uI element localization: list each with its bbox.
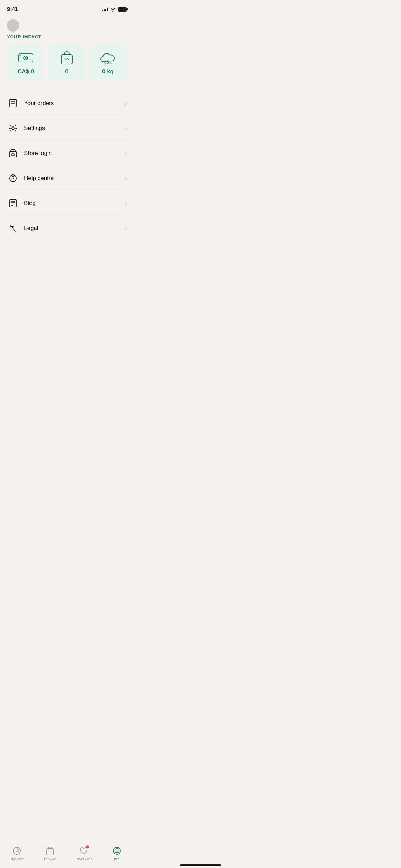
store-login-chevron: › [125,150,127,156]
svg-text:2e: 2e [109,62,112,65]
menu-item-blog[interactable]: Blog › [7,191,127,216]
blog-icon [7,197,19,209]
wifi-icon [110,7,116,12]
menu-item-settings[interactable]: Settings › [7,116,127,141]
svg-point-14 [13,180,13,181]
battery-icon [118,7,127,12]
bags-icon [59,52,75,64]
svg-line-20 [11,225,15,231]
help-label: Help centre [19,175,125,182]
menu-item-help[interactable]: Help centre › [7,166,127,191]
help-chevron: › [125,175,127,181]
menu-list: Your orders › Settings › Store login › [0,91,134,241]
legal-label: Legal [19,225,125,232]
impact-cards: CA$ 0 0 CO 2e 0 kg [0,45,134,91]
impact-card-bags: 0 [48,45,86,81]
settings-label: Settings [19,125,125,132]
co2-value: 0 kg [102,68,114,75]
store-login-label: Store login [19,150,125,157]
svg-rect-12 [12,154,14,156]
menu-item-orders[interactable]: Your orders › [7,91,127,116]
menu-item-store-login[interactable]: Store login › [7,141,127,166]
svg-rect-11 [9,152,17,157]
impact-card-co2: CO 2e 0 kg [89,45,127,81]
cash-value: CA$ 0 [17,68,34,75]
store-login-icon [7,147,19,159]
help-icon [7,172,19,184]
svg-rect-15 [10,200,16,207]
menu-item-legal[interactable]: Legal › [7,216,127,241]
signal-icon [102,7,108,11]
svg-text:CO: CO [104,61,109,64]
blog-chevron: › [125,200,127,206]
svg-point-10 [12,127,14,130]
avatar [7,19,19,32]
svg-rect-0 [19,54,33,62]
svg-point-1 [24,56,28,60]
legal-chevron: › [125,225,127,231]
settings-icon [7,122,19,134]
impact-card-cash: CA$ 0 [7,45,45,81]
svg-point-2 [25,57,26,59]
orders-chevron: › [125,100,127,106]
status-bar: 9:41 [0,0,134,16]
co2-icon: CO 2e [100,52,116,64]
blog-label: Blog [19,200,125,207]
status-time: 9:41 [7,6,18,13]
bags-value: 0 [65,68,68,75]
orders-label: Your orders [19,100,125,107]
cash-icon [17,52,34,64]
orders-icon [7,97,19,109]
status-icons [102,7,127,12]
settings-chevron: › [125,125,127,131]
legal-icon [7,222,19,234]
section-title: YOUR IMPACT [0,33,134,45]
